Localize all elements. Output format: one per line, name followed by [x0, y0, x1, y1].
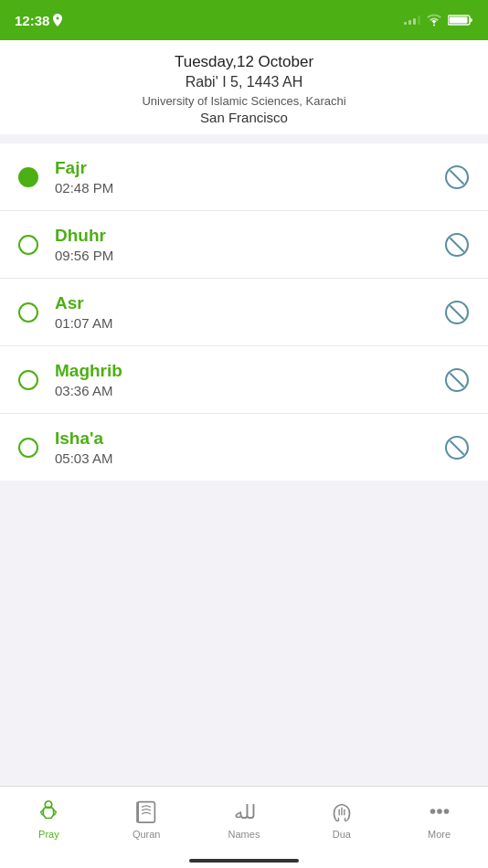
battery-icon — [448, 14, 473, 26]
wifi-icon — [426, 14, 442, 26]
nav-icon-pray — [35, 798, 62, 825]
prayer-time-asr: 01:07 AM — [55, 315, 444, 331]
prayer-indicator-dhuhr — [18, 235, 38, 255]
location-icon — [53, 14, 62, 26]
status-left: 12:38 — [15, 13, 62, 28]
time-display: 12:38 — [15, 13, 49, 28]
prayer-time-dhuhr: 09:56 PM — [55, 248, 444, 263]
nav-label-names: Names — [228, 829, 260, 840]
nav-label-more: More — [428, 829, 451, 840]
svg-point-24 — [437, 809, 442, 814]
svg-line-7 — [451, 171, 463, 184]
prayer-item-asr[interactable]: Asr01:07 AM — [0, 279, 488, 346]
prayer-name-asr: Asr — [55, 293, 444, 313]
svg-rect-5 — [450, 17, 468, 24]
nav-icon-dua — [328, 798, 355, 825]
prayer-item-ishaa[interactable]: Isha'a05:03 AM — [0, 414, 488, 481]
svg-point-25 — [443, 809, 449, 814]
bottom-nav: Pray Quran الله Names Dua More — [0, 786, 488, 868]
prayer-name-ishaa: Isha'a — [55, 429, 444, 449]
nav-icon-more — [426, 798, 453, 825]
prayer-name-fajr: Fajr — [55, 158, 444, 178]
svg-line-9 — [451, 238, 463, 251]
svg-rect-3 — [418, 16, 420, 25]
prayer-alarm-fajr[interactable] — [444, 164, 470, 190]
prayer-indicator-maghrib — [18, 370, 38, 390]
nav-icon-quran — [133, 798, 160, 825]
prayer-name-dhuhr: Dhuhr — [55, 226, 444, 246]
prayer-indicator-ishaa — [18, 438, 38, 458]
svg-line-11 — [451, 306, 463, 319]
header-hijri: Rabi' I 5, 1443 AH — [9, 74, 479, 90]
header: Tuesday,12 October Rabi' I 5, 1443 AH Un… — [0, 40, 488, 134]
prayer-time-maghrib: 03:36 AM — [55, 383, 444, 398]
prayer-list: Fajr02:48 PM Dhuhr09:56 PM Asr01:07 AM M… — [0, 143, 488, 481]
header-location: University of Islamic Sciences, Karachi — [9, 94, 479, 108]
nav-item-pray[interactable]: Pray — [0, 794, 98, 840]
svg-rect-2 — [413, 18, 416, 25]
nav-label-quran: Quran — [133, 829, 161, 840]
prayer-alarm-asr[interactable] — [444, 300, 470, 325]
svg-rect-0 — [404, 22, 407, 25]
nav-item-names[interactable]: الله Names — [196, 794, 293, 840]
prayer-alarm-dhuhr[interactable] — [444, 232, 470, 258]
nav-label-pray: Pray — [38, 829, 59, 840]
prayer-alarm-ishaa[interactable] — [444, 435, 470, 460]
prayer-item-maghrib[interactable]: Maghrib03:36 AM — [0, 346, 488, 414]
svg-line-15 — [451, 441, 463, 454]
header-city: San Francisco — [9, 110, 479, 125]
svg-text:الله: الله — [234, 802, 258, 822]
prayer-time-fajr: 02:48 PM — [55, 180, 444, 196]
prayer-item-fajr[interactable]: Fajr02:48 PM — [0, 143, 488, 211]
svg-rect-1 — [408, 20, 411, 25]
nav-item-more[interactable]: More — [390, 794, 488, 840]
prayer-time-ishaa: 05:03 AM — [55, 450, 444, 466]
home-indicator — [189, 859, 299, 863]
prayer-item-dhuhr[interactable]: Dhuhr09:56 PM — [0, 211, 488, 279]
nav-icon-names: الله — [230, 798, 258, 825]
svg-line-13 — [451, 374, 463, 386]
status-right — [404, 14, 473, 26]
status-bar: 12:38 — [0, 0, 488, 40]
prayer-alarm-maghrib[interactable] — [444, 367, 470, 393]
nav-item-quran[interactable]: Quran — [98, 794, 196, 840]
nav-item-dua[interactable]: Dua — [292, 794, 390, 840]
signal-icon — [404, 16, 420, 25]
nav-label-dua: Dua — [333, 829, 351, 840]
header-date: Tuesday,12 October — [9, 53, 479, 71]
svg-point-23 — [430, 809, 435, 814]
prayer-indicator-asr — [18, 302, 38, 323]
prayer-name-maghrib: Maghrib — [55, 361, 444, 381]
prayer-indicator-fajr — [18, 167, 38, 187]
